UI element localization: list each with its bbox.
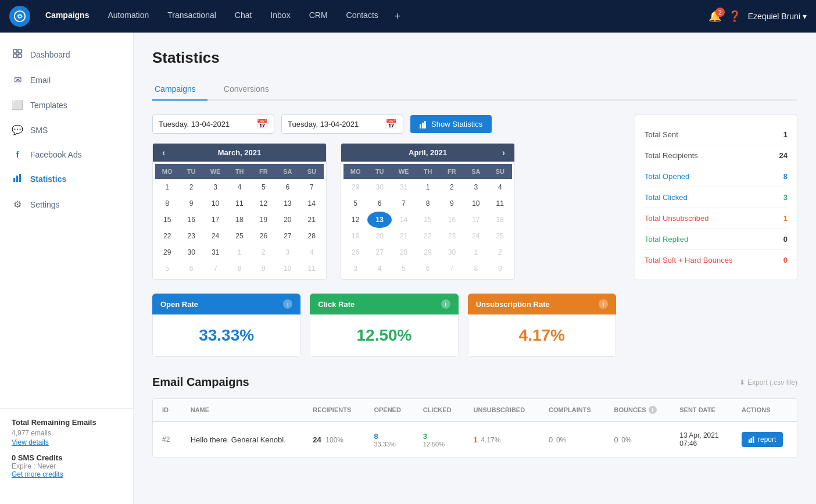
cal-day[interactable]: 8	[227, 260, 251, 277]
cal-day[interactable]: 3	[203, 179, 227, 195]
bounces-info-icon[interactable]: i	[649, 406, 657, 414]
cal-day[interactable]: 24	[203, 228, 227, 244]
cal-day[interactable]: 21	[392, 228, 416, 244]
notification-bell[interactable]: 🔔 2	[708, 10, 721, 23]
cal-day[interactable]: 9	[179, 195, 203, 212]
cal-day[interactable]: 16	[179, 212, 203, 228]
cal-day[interactable]: 24	[464, 228, 488, 244]
topnav-crm[interactable]: CRM	[301, 6, 336, 27]
cal-day[interactable]: 9	[488, 260, 512, 277]
cal-day[interactable]: 4	[367, 260, 391, 277]
cal-day[interactable]: 18	[227, 212, 251, 228]
sidebar-item-email[interactable]: ✉ Email	[0, 67, 133, 92]
cal-day[interactable]: 10	[464, 195, 488, 212]
cal-day[interactable]: 1	[227, 244, 251, 260]
cal-day[interactable]: 8	[416, 195, 439, 212]
topnav-chat[interactable]: Chat	[227, 6, 260, 27]
cal-day[interactable]: 8	[464, 260, 488, 277]
cal-day[interactable]: 6	[179, 260, 203, 277]
help-icon[interactable]: ❓	[728, 10, 741, 23]
end-date-calendar-icon[interactable]: 📅	[385, 119, 397, 130]
cal-day[interactable]: 17	[464, 212, 488, 228]
calendar-prev-button[interactable]: ‹	[158, 148, 170, 158]
cal-day[interactable]: 3	[464, 179, 488, 195]
cal-day[interactable]: 28	[300, 228, 324, 244]
cal-day[interactable]: 25	[488, 228, 512, 244]
topnav-inbox[interactable]: Inbox	[262, 6, 298, 27]
cal-day[interactable]: 23	[179, 228, 203, 244]
cal-day[interactable]: 9	[440, 195, 464, 212]
cal-day[interactable]: 29	[416, 244, 439, 260]
cal-day[interactable]: 1	[464, 244, 488, 260]
cal-day[interactable]: 11	[488, 195, 512, 212]
cal-day[interactable]: 26	[343, 244, 367, 260]
cal-day[interactable]: 5	[155, 260, 179, 277]
open-rate-info-icon[interactable]: i	[283, 299, 292, 309]
cal-day[interactable]: 2	[488, 244, 512, 260]
cal-day[interactable]: 21	[300, 212, 324, 228]
cal-day[interactable]: 1	[155, 179, 179, 195]
cal-day[interactable]: 2	[252, 244, 275, 260]
cal-day[interactable]: 2	[179, 179, 203, 195]
topnav-automation[interactable]: Automation	[99, 6, 157, 27]
cal-day[interactable]: 15	[155, 212, 179, 228]
cal-day[interactable]: 18	[488, 212, 512, 228]
cal-day[interactable]: 29	[155, 244, 179, 260]
topnav-transactional[interactable]: Transactional	[159, 6, 224, 27]
cal-day[interactable]: 26	[252, 228, 275, 244]
cal-day[interactable]: 4	[488, 179, 512, 195]
sidebar-item-sms[interactable]: 💬 SMS	[0, 117, 133, 142]
cal-day[interactable]: 10	[203, 195, 227, 212]
cal-day[interactable]: 23	[440, 228, 464, 244]
cal-day[interactable]: 7	[203, 260, 227, 277]
cal-day[interactable]: 10	[275, 260, 299, 277]
cal-day[interactable]: 1	[416, 179, 439, 195]
topnav-contacts[interactable]: Contacts	[338, 6, 386, 27]
cal-day[interactable]: 30	[440, 244, 464, 260]
end-date-input[interactable]	[288, 120, 381, 128]
cal-day[interactable]: 31	[392, 179, 416, 195]
cal-day[interactable]: 15	[416, 212, 439, 228]
cal-day[interactable]: 27	[275, 228, 299, 244]
cal-day[interactable]: 30	[179, 244, 203, 260]
cal-day[interactable]: 6	[416, 260, 439, 277]
cal-day[interactable]: 20	[275, 212, 299, 228]
sidebar-item-settings[interactable]: ⚙ Settings	[0, 192, 133, 217]
show-statistics-button[interactable]: Show Statistics	[410, 115, 492, 133]
cal-day[interactable]: 5	[252, 179, 275, 195]
unsub-rate-info-icon[interactable]: i	[599, 299, 608, 309]
cal-day[interactable]: 30	[367, 179, 391, 195]
cal-day[interactable]: 3	[343, 260, 367, 277]
cal-day[interactable]: 22	[155, 228, 179, 244]
cal-day[interactable]: 19	[343, 228, 367, 244]
cal-day[interactable]: 5	[392, 260, 416, 277]
cal-day[interactable]: 9	[252, 260, 275, 277]
cal-day[interactable]: 31	[203, 244, 227, 260]
report-button[interactable]: report	[742, 432, 783, 447]
sidebar-item-dashboard[interactable]: Dashboard	[0, 42, 133, 67]
sidebar-item-templates[interactable]: ⬜ Templates	[0, 92, 133, 117]
cal-day[interactable]: 4	[227, 179, 251, 195]
cal-day[interactable]: 14	[392, 212, 416, 228]
cal-day[interactable]: 12	[343, 212, 367, 228]
cal-day[interactable]: 16	[440, 212, 464, 228]
cal-day[interactable]: 7	[300, 179, 324, 195]
cal-day[interactable]: 27	[367, 244, 391, 260]
topnav-plus[interactable]: +	[389, 6, 407, 27]
tab-campaigns[interactable]: Campaigns	[152, 78, 207, 101]
cal-day[interactable]: 7	[392, 195, 416, 212]
cal-day[interactable]: 28	[392, 244, 416, 260]
cal-day[interactable]: 5	[343, 195, 367, 212]
sidebar-item-facebook-ads[interactable]: f Facebook Ads	[0, 142, 133, 166]
cal-day[interactable]: 14	[300, 195, 324, 212]
cal-day[interactable]: 11	[227, 195, 251, 212]
export-link[interactable]: ⬇ Export (.csv file)	[739, 378, 797, 387]
cal-day[interactable]: 6	[367, 195, 391, 212]
cal-day[interactable]: 4	[300, 244, 324, 260]
cal-day[interactable]: 3	[275, 244, 299, 260]
get-credits-link[interactable]: Get more credits	[12, 470, 121, 478]
cal-day[interactable]: 7	[440, 260, 464, 277]
cal-day[interactable]: 19	[252, 212, 275, 228]
user-menu[interactable]: Ezequiel Bruni ▾	[748, 12, 807, 21]
click-rate-info-icon[interactable]: i	[441, 299, 450, 309]
